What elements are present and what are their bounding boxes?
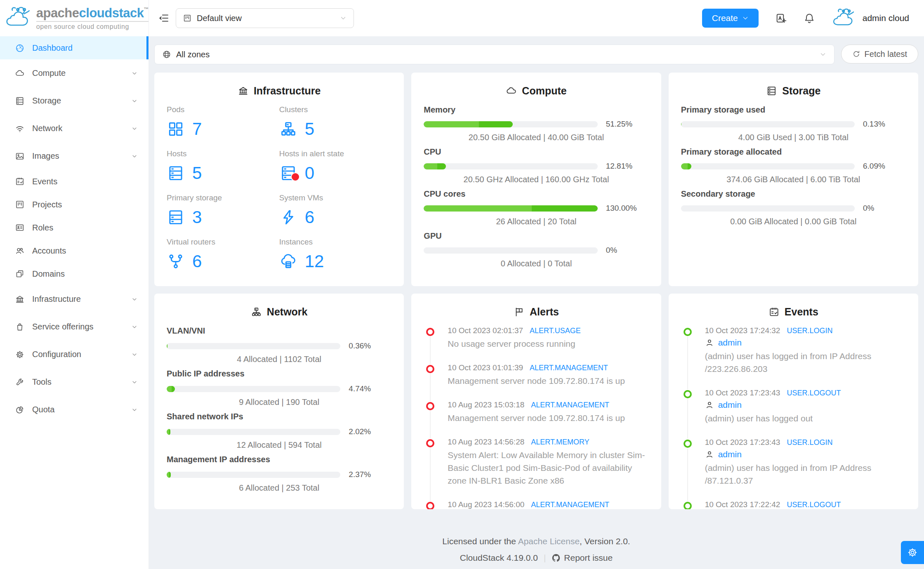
progress-track: [681, 163, 855, 169]
stat-system-vms-value[interactable]: 6: [279, 207, 392, 227]
compute-cpu-section: CPU 12.81% 20.50 GHz Allocated | 160.00 …: [424, 147, 648, 184]
sidebar-item-tools[interactable]: Tools: [0, 368, 148, 396]
app-logo: apachecloudstack™ open source cloud comp…: [0, 0, 148, 36]
progress-fill: [681, 121, 682, 127]
stat-pods-value[interactable]: 7: [167, 119, 279, 139]
alert-dot-icon: [426, 402, 434, 410]
event-time: 10 Oct 2023 17:23:43: [705, 388, 780, 397]
sidebar-item-accounts[interactable]: Accounts: [0, 239, 148, 262]
chevron-down-icon: [131, 324, 138, 330]
event-dot-icon: [684, 440, 692, 448]
progress-fill: [424, 121, 513, 127]
sidebar-item-configuration[interactable]: Configuration: [0, 341, 148, 368]
stat-virtual-routers-value[interactable]: 6: [167, 252, 279, 271]
alert-type-link[interactable]: ALERT.MANAGEMENT: [530, 364, 608, 372]
menu-fold-icon[interactable]: [158, 12, 170, 24]
sidebar-item-label: Compute: [32, 68, 66, 78]
view-select[interactable]: Default view: [176, 8, 354, 28]
pie-chart-icon: [15, 405, 25, 415]
view-select-value: Default view: [197, 14, 242, 23]
progress-track: [681, 121, 855, 127]
create-button[interactable]: Create: [702, 9, 759, 28]
idcard-icon: [15, 223, 25, 233]
event-time: 10 Oct 2023 17:22:42: [705, 500, 780, 509]
alert-time: 10 Aug 2023 15:03:18: [448, 400, 524, 409]
sidebar-menu: Dashboard Compute Storage Network Images…: [0, 36, 148, 423]
cards-row-2: Network VLAN/VNI 0.36% 4 Allocated | 110…: [154, 294, 918, 509]
progress-track: [167, 472, 340, 478]
network-card: Network VLAN/VNI 0.36% 4 Allocated | 110…: [154, 294, 404, 509]
appstore-icon: [167, 120, 185, 138]
event-user-link[interactable]: admin: [718, 449, 742, 459]
event-type-link[interactable]: USER.LOGOUT: [787, 389, 841, 397]
sidebar-item-network[interactable]: Network: [0, 115, 148, 142]
progress-track: [167, 429, 340, 435]
progress-fill: [424, 205, 597, 212]
storage-card-title: Storage: [681, 85, 906, 97]
sidebar-item-events[interactable]: Events: [0, 170, 148, 193]
event-user-link[interactable]: admin: [718, 400, 742, 410]
calendar-check-icon: [15, 176, 25, 186]
stat-instances-value[interactable]: 12: [279, 252, 392, 271]
alert-item: 10 Aug 2023 15:03:18ALERT.MANAGEMENT Man…: [426, 400, 648, 424]
sidebar-item-dashboard[interactable]: Dashboard: [0, 36, 148, 59]
event-item: 10 Oct 2023 17:23:43USER.LOGOUT admin (a…: [684, 388, 906, 425]
logo-title: apachecloudstack™: [36, 7, 148, 19]
sidebar-item-compute[interactable]: Compute: [0, 59, 148, 87]
stat-virtual-routers: Virtual routers 6: [167, 237, 279, 282]
server-icon: [766, 85, 777, 96]
alert-type-link[interactable]: ALERT.MANAGEMENT: [531, 501, 609, 509]
alert-type-link[interactable]: ALERT.MANAGEMENT: [531, 401, 609, 409]
floating-settings-button[interactable]: [901, 541, 924, 564]
alert-type-link[interactable]: ALERT.MEMORY: [531, 438, 589, 446]
network-management-ip-section: Management IP addresses 2.37% 6 Allocate…: [167, 455, 391, 493]
sidebar-item-images[interactable]: Images: [0, 142, 148, 170]
progress-track: [424, 247, 597, 254]
sidebar-item-label: Domains: [32, 269, 65, 279]
event-type-link[interactable]: USER.LOGIN: [787, 438, 832, 447]
create-button-label: Create: [712, 13, 738, 23]
chevron-down-icon: [131, 351, 138, 358]
chevron-down-icon: [131, 379, 138, 386]
event-desc: (admin) user has logged out: [705, 412, 906, 425]
bell-icon[interactable]: [803, 12, 816, 24]
stat-hosts-alert-value[interactable]: 0: [279, 163, 392, 183]
translate-icon[interactable]: [775, 12, 787, 24]
sidebar-item-storage[interactable]: Storage: [0, 87, 148, 115]
github-icon: [552, 553, 561, 562]
sidebar-item-label: Dashboard: [32, 43, 73, 53]
calendar-check-icon: [768, 306, 780, 317]
alert-item: 10 Aug 2023 14:56:00ALERT.MANAGEMENT: [426, 500, 648, 509]
stat-hosts-value[interactable]: 5: [167, 163, 279, 183]
zone-select[interactable]: All zones: [154, 45, 834, 64]
event-type-link[interactable]: USER.LOGIN: [787, 327, 832, 335]
alert-time: 10 Oct 2023 01:01:39: [448, 363, 523, 372]
alert-item: 10 Oct 2023 01:01:39ALERT.MANAGEMENT Man…: [426, 363, 648, 387]
sidebar-item-infrastructure[interactable]: Infrastructure: [0, 285, 148, 313]
cards-row-1: Infrastructure Pods 7 Clusters 5: [154, 73, 918, 286]
report-issue-link[interactable]: Report issue: [552, 553, 613, 563]
zone-bar: All zones Fetch latest: [154, 45, 918, 64]
alert-dot-icon: [426, 439, 434, 447]
alert-time: 10 Oct 2023 02:01:37: [448, 326, 523, 335]
license-line: Licensed under the Apache License, Versi…: [154, 536, 918, 546]
events-card-title: Events: [681, 306, 906, 318]
fetch-latest-button[interactable]: Fetch latest: [841, 45, 918, 63]
sidebar-item-projects[interactable]: Projects: [0, 193, 148, 216]
event-item: 10 Oct 2023 17:23:43USER.LOGIN admin (ad…: [684, 438, 906, 487]
user-avatar[interactable]: [830, 6, 858, 31]
sidebar-item-service-offerings[interactable]: Service offerings: [0, 313, 148, 341]
apache-license-link[interactable]: Apache License: [518, 536, 580, 546]
top-header: Default view Create admin cloud: [148, 0, 924, 36]
chevron-down-icon: [742, 15, 749, 21]
alert-desc: No usage server process running: [448, 337, 648, 350]
alert-time: 10 Aug 2023 14:56:00: [448, 500, 524, 509]
alert-type-link[interactable]: ALERT.USAGE: [530, 327, 581, 335]
sidebar-item-domains[interactable]: Domains: [0, 262, 148, 285]
sidebar-item-quota[interactable]: Quota: [0, 396, 148, 423]
stat-clusters-value[interactable]: 5: [279, 119, 392, 139]
sidebar-item-roles[interactable]: Roles: [0, 216, 148, 239]
stat-primary-storage-value[interactable]: 3: [167, 207, 279, 227]
event-type-link[interactable]: USER.LOGOUT: [787, 501, 841, 509]
event-user-link[interactable]: admin: [718, 338, 742, 348]
